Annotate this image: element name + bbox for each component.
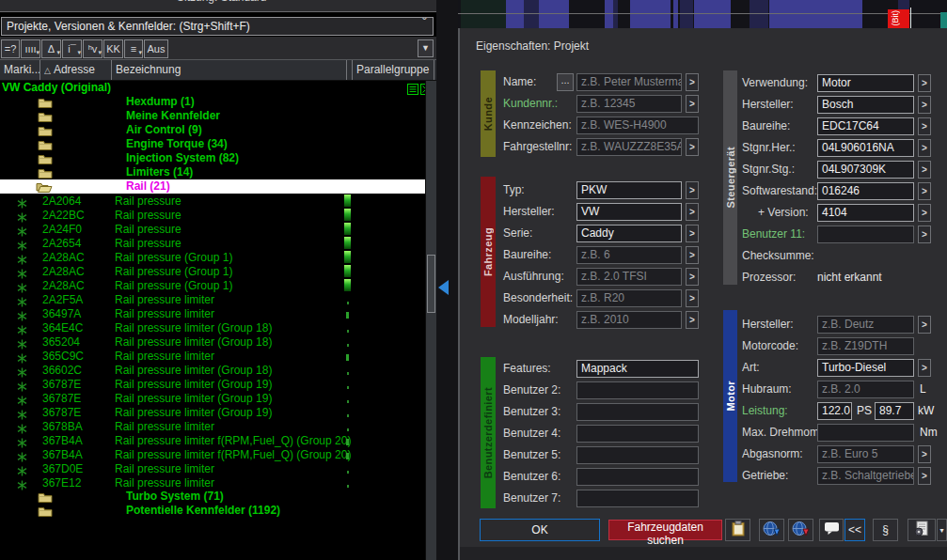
field-expand-button[interactable]: >	[918, 204, 931, 222]
field-expand-button[interactable]: >	[918, 96, 931, 114]
list-style-button[interactable]: ≡▾	[124, 39, 143, 58]
report-settings-button[interactable]	[908, 519, 936, 541]
map-row[interactable]: 2A2F5ARail pressure limiter	[0, 292, 425, 306]
field-expand-button[interactable]: >	[918, 74, 931, 92]
download-from-web-button[interactable]	[759, 519, 784, 541]
compare-values-button[interactable]: =?	[1, 39, 20, 58]
scrollbar-thumb[interactable]	[427, 255, 435, 313]
folder-row[interactable]: Engine Torque (34)	[0, 137, 425, 151]
map-row[interactable]: 365204Rail pressure limiter (Group 18)	[0, 334, 425, 349]
map-row[interactable]: 36787ERail pressure limiter (Group 19)	[0, 377, 425, 391]
input-field[interactable]: 122.0	[817, 402, 852, 420]
field-expand-button[interactable]: >	[918, 226, 931, 243]
input-field[interactable]: EDC17C64	[817, 117, 914, 135]
map-row[interactable]: 3678BARail pressure limiter	[0, 419, 425, 433]
folder-row[interactable]: Limiters (14)	[0, 165, 425, 179]
upload-to-web-button[interactable]	[788, 519, 813, 541]
input-field[interactable]: z.B. Euro 5	[817, 445, 914, 463]
map-row[interactable]: 367D0ERail pressure limiter	[0, 461, 425, 475]
input-field[interactable]	[576, 490, 699, 507]
input-field[interactable]	[576, 468, 699, 486]
comment-button[interactable]	[819, 519, 844, 541]
map-row[interactable]: 364E4CRail pressure limiter (Group 18)	[0, 320, 425, 334]
input-field[interactable]	[576, 381, 699, 399]
column-header-marki[interactable]: Marki...	[0, 60, 40, 80]
input-field[interactable]: Motor	[817, 74, 914, 92]
map-row[interactable]: 367B4ARail pressure limiter f(RPM,Fuel_Q…	[0, 433, 425, 447]
column-header-adresse[interactable]: △Adresse	[40, 60, 112, 80]
paragraph-legal-button[interactable]: §	[873, 519, 898, 541]
columns-button[interactable]: ıııı▾	[21, 39, 40, 58]
map-row[interactable]: 2A22BCRail pressure	[0, 208, 425, 222]
map-row[interactable]: 36787ERail pressure limiter (Group 19)	[0, 405, 425, 419]
field-expand-button[interactable]: >	[918, 117, 931, 135]
input-field[interactable]: 04L907309K	[817, 161, 914, 179]
info-filter-button[interactable]: i¯▾	[62, 39, 82, 58]
input-field[interactable]: z.B. Schaltgetriebe	[817, 467, 914, 485]
ellipsis-button[interactable]: ...	[557, 73, 574, 91]
field-expand-button[interactable]: >	[686, 246, 699, 264]
field-expand-button[interactable]: >	[686, 203, 699, 221]
report-dropdown-arrow-button[interactable]: ▾	[937, 519, 947, 541]
folder-row-selected[interactable]: Rail (21)	[0, 179, 425, 194]
input-field[interactable]: z.B. 2.0 TFSI	[576, 268, 682, 286]
project-root-row[interactable]: VW Caddy (Original)	[0, 81, 425, 95]
folder-row[interactable]: Potentielle Kennfelder (1192)	[0, 504, 425, 518]
input-field[interactable]: 04L906016NA	[817, 139, 914, 157]
column-header-parallelgruppe[interactable]: Parallelgruppe	[353, 60, 434, 80]
field-expand-button[interactable]: >	[686, 268, 699, 286]
field-expand-button[interactable]: >	[918, 445, 931, 463]
input-field[interactable]	[576, 425, 699, 443]
map-row[interactable]: 2A2654Rail pressure	[0, 236, 425, 250]
paste-vehicle-data-button[interactable]	[725, 519, 750, 541]
input-field[interactable]: z.B. Deutz	[817, 316, 914, 334]
field-expand-button[interactable]: >	[686, 138, 699, 156]
field-expand-button[interactable]: >	[918, 467, 931, 485]
delta-filter-button[interactable]: Δ▾	[41, 39, 61, 58]
input-field[interactable]: Turbo-Diesel	[817, 359, 914, 377]
input-field[interactable]: 89.7	[875, 402, 914, 420]
ok-button[interactable]: OK	[480, 519, 600, 541]
input-field[interactable]: VW	[576, 203, 682, 221]
vertical-scrollbar[interactable]	[425, 81, 436, 560]
folder-row[interactable]: Air Control (9)	[0, 123, 425, 137]
input-field[interactable]: z.B. 2010	[576, 311, 682, 329]
input-field[interactable]: z.B. WAUZZZ8E35A235	[576, 138, 682, 156]
input-field[interactable]	[576, 446, 699, 464]
map-row[interactable]: 36787ERail pressure limiter (Group 19)	[0, 391, 425, 405]
aus-button[interactable]: Aus	[144, 39, 168, 58]
input-field[interactable]: z.B. 2.0	[817, 381, 914, 398]
folder-row[interactable]: Hexdump (1)	[0, 95, 425, 109]
map-row[interactable]: 2A28ACRail pressure (Group 1)	[0, 264, 425, 278]
map-row[interactable]: 367B4ARail pressure limiter f(RPM,Fuel_Q…	[0, 447, 425, 461]
search-vehicle-data-button[interactable]: Fahrzeugdaten suchen	[608, 520, 722, 540]
panel-selector-combobox[interactable]: Projekte, Versionen & Kennfelder: (Strg+…	[1, 17, 434, 36]
field-expand-button[interactable]: >	[918, 161, 931, 179]
collapse-dialog-button[interactable]: <<	[844, 519, 865, 541]
map-row[interactable]: 2A24F0Rail pressure	[0, 222, 425, 236]
field-expand-button[interactable]: >	[686, 289, 699, 307]
flags-filter-button[interactable]: ʰv▾	[83, 39, 103, 58]
folder-row[interactable]: Meine Kennfelder	[0, 109, 425, 123]
field-expand-button[interactable]: >	[686, 95, 699, 113]
panel-splitter[interactable]	[436, 0, 458, 560]
input-field[interactable]: Mappack	[576, 360, 699, 378]
field-expand-button[interactable]: >	[918, 182, 931, 200]
field-expand-button[interactable]: >	[686, 181, 699, 199]
input-field[interactable]: z.B. 12345	[576, 95, 682, 113]
map-row[interactable]: 2A28ACRail pressure (Group 1)	[0, 278, 425, 292]
field-expand-button[interactable]: >	[686, 311, 699, 329]
column-header-bezeichnung[interactable]: Bezeichnung	[112, 60, 347, 80]
input-field[interactable]: z.B. Z19DTH	[817, 337, 914, 355]
input-field[interactable]: 4104	[817, 204, 914, 222]
input-field[interactable]: z.B. Peter Mustermann	[576, 73, 682, 91]
input-field[interactable]: z.B. R20	[576, 289, 682, 307]
field-expand-button[interactable]: >	[686, 73, 699, 91]
map-row[interactable]: 2A28ACRail pressure (Group 1)	[0, 250, 425, 264]
kk-maps-button[interactable]: KK	[103, 39, 123, 58]
field-expand-button[interactable]: >	[918, 316, 931, 334]
input-field[interactable]: Bosch	[817, 96, 914, 114]
map-row[interactable]: 2A2064Rail pressure	[0, 194, 425, 208]
folder-row[interactable]: Turbo System (71)	[0, 490, 425, 504]
map-row[interactable]: 36602CRail pressure limiter (Group 18)	[0, 363, 425, 377]
